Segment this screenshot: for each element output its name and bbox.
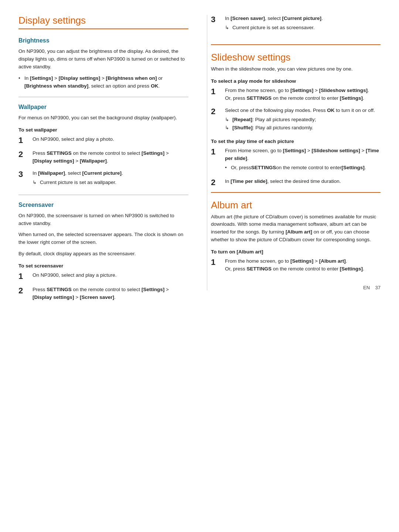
slideshow-time-step2: 2 In [Time per slide], select the desire… [211,178,381,187]
brightness-bullet-item: In [Settings] > [Display settings] > [Br… [18,75,188,90]
slideshow-to-set-time: To set the play time of each picture [211,139,381,144]
screensaver-to-set: To set screensaver [18,263,188,269]
wallpaper-step3-num: 3 [18,170,30,179]
screensaver-step3-text: In [Screen saver], select [Current pictu… [225,15,381,33]
wallpaper-to-set: To set wallpaper [18,127,188,133]
wallpaper-step1-num: 1 [18,136,30,145]
wallpaper-step2-num: 2 [18,150,30,159]
slideshow-step1-text: From the home screen, go to [Settings] >… [225,87,381,102]
album-art-body: Album art (the picture of CD/album cover… [211,213,381,244]
wallpaper-step-1: 1 On NP3900, select and play a photo. [18,136,188,145]
screensaver-step1-num: 1 [18,272,30,281]
screensaver-body2: When turned on, the selected screensaver… [18,231,188,246]
wallpaper-body: For menus on NP3900, you can set the bac… [18,114,188,122]
slideshow-time-steps: 1 From Home screen, go to [Settings] > [… [211,147,381,187]
slideshow-time-step2-num: 2 [211,178,222,187]
wallpaper-step-2: 2 Press SETTINGS on the remote control t… [18,150,188,165]
screensaver-body1: On NP3900, the screensaver is turned on … [18,212,188,228]
album-art-to-turn-on: To turn on [Album art] [211,249,381,255]
screensaver-step3-list: 3 In [Screen saver], select [Current pic… [211,15,381,33]
screensaver-step3-arrow-list: Current picture is set as screensaver. [225,24,381,32]
screensaver-step3-arrow: Current picture is set as screensaver. [225,24,381,32]
slideshow-time-step1-text: From Home screen, go to [Settings] > [Sl… [225,147,381,173]
footer-lang: EN [363,285,370,290]
screensaver-step3-num: 3 [211,15,222,24]
slideshow-title: Slideshow settings [211,52,381,63]
slideshow-select-steps: 1 From the home screen, go to [Settings]… [211,87,381,134]
album-art-title: Album art [211,200,381,211]
screensaver-step1-text: On NP3900, select and play a picture. [33,272,188,279]
wallpaper-step-3: 3 In [Wallpaper], select [Current pictur… [18,170,188,188]
album-art-steps: 1 From the home screen, go to [Settings]… [211,258,381,273]
slideshow-arrow-shuffle: [Shuffle]: Play all pictures randomly. [225,124,381,132]
screensaver-step3-item: 3 In [Screen saver], select [Current pic… [211,15,381,33]
slideshow-step2-text: Select one of the following play modes. … [225,107,381,134]
wallpaper-step3-arrow: Current picture is set as wallpaper. [33,179,188,187]
page: Display settings Brightness On NP3900, y… [0,0,399,532]
slideshow-arrow-repeat: [Repeat]: Play all pictures repeatedly; [225,116,381,124]
slideshow-time-step2-text: In [Time per slide], select the desired … [225,178,381,185]
slideshow-time-step1-bullet: Or, press SETTINGS on the remote control… [225,164,381,172]
footer: EN 37 [211,277,381,290]
slideshow-top-divider [211,44,381,45]
slideshow-time-step1: 1 From Home screen, go to [Settings] > [… [211,147,381,173]
left-column: Display settings Brightness On NP3900, y… [18,15,192,306]
wallpaper-step3-text: In [Wallpaper], select [Current picture]… [33,170,188,188]
screensaver-body3: By default, clock display appears as the… [18,250,188,258]
display-settings-title: Display settings [18,15,188,26]
display-settings-divider [18,28,188,29]
slideshow-body: When in the slideshow mode, you can view… [211,65,381,73]
brightness-bullet-list: In [Settings] > [Display settings] > [Br… [18,75,188,90]
wallpaper-steps: 1 On NP3900, select and play a photo. 2 … [18,136,188,188]
wallpaper-step2-text: Press SETTINGS on the remote control to … [33,150,188,165]
slideshow-step2: 2 Select one of the following play modes… [211,107,381,134]
brightness-body: On NP3900, you can adjust the brightness… [18,48,188,71]
slideshow-step2-arrows: [Repeat]: Play all pictures repeatedly; … [225,116,381,132]
slideshow-step1: 1 From the home screen, go to [Settings]… [211,87,381,102]
screensaver-divider [18,195,188,195]
screensaver-step-1: 1 On NP3900, select and play a picture. [18,272,188,281]
wallpaper-divider [18,97,188,97]
slideshow-time-step1-bullet-item: Or, press SETTINGS on the remote control… [225,164,381,172]
slideshow-step1-num: 1 [211,87,222,96]
brightness-heading: Brightness [18,36,188,44]
footer-page-num: 37 [375,285,381,290]
album-art-step1: 1 From the home screen, go to [Settings]… [211,258,381,273]
screensaver-step2-text: Press SETTINGS on the remote control to … [33,286,188,301]
slideshow-time-step1-num: 1 [211,147,222,157]
wallpaper-step3-arrow-list: Current picture is set as wallpaper. [33,179,188,187]
wallpaper-step1-text: On NP3900, select and play a photo. [33,136,188,143]
slideshow-to-select: To select a play mode for slideshow [211,78,381,84]
wallpaper-heading: Wallpaper [18,102,188,110]
screensaver-step-2: 2 Press SETTINGS on the remote control t… [18,286,188,301]
screensaver-steps: 1 On NP3900, select and play a picture. … [18,272,188,301]
slideshow-step2-num: 2 [211,107,222,116]
screensaver-step3-area: 3 In [Screen saver], select [Current pic… [211,15,381,33]
album-art-step1-text: From the home screen, go to [Settings] >… [225,258,381,273]
screensaver-step2-num: 2 [18,286,30,296]
screensaver-heading: Screensaver [18,200,188,208]
album-art-step1-num: 1 [211,258,222,267]
album-art-top-divider [211,192,381,193]
right-column: 3 In [Screen saver], select [Current pic… [207,15,381,290]
